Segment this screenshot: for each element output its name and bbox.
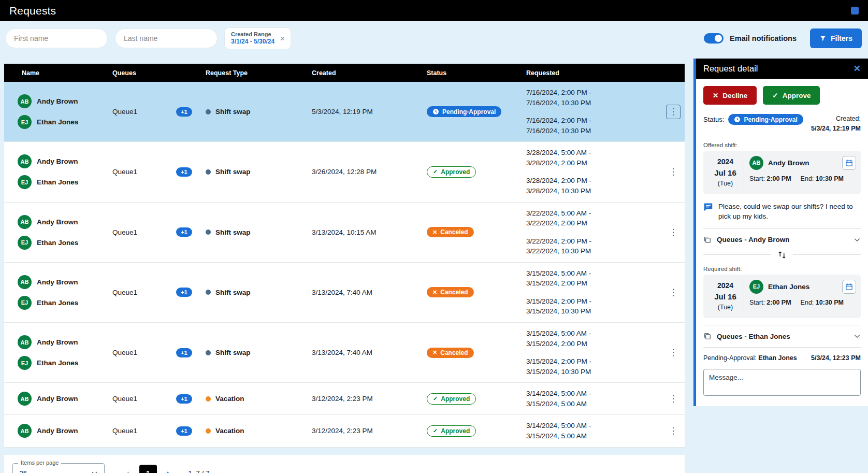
page-1-button[interactable]: 1 bbox=[139, 465, 157, 473]
table-row[interactable]: ABAndy BrownEJEthan Jones Queue1 +1 Shif… bbox=[4, 82, 685, 142]
queues-icon bbox=[703, 236, 712, 244]
queue-extra-badge[interactable]: +1 bbox=[176, 348, 192, 357]
request-type-label: Shift swap bbox=[215, 289, 251, 296]
status-cell: ✓Approved bbox=[425, 166, 524, 178]
person: ABAndy Brown bbox=[18, 215, 110, 229]
person-name: Andy Brown bbox=[37, 395, 78, 403]
name-cell: ABAndy BrownEJEthan Jones bbox=[4, 215, 110, 250]
queue-label: Queue1 bbox=[112, 228, 137, 236]
filters-button[interactable]: Filters bbox=[810, 28, 862, 48]
last-name-input[interactable] bbox=[115, 28, 218, 48]
table-row[interactable]: ABAndy BrownEJEthan Jones Queue1 +1 Shif… bbox=[4, 142, 685, 202]
person: ABAndy Brown bbox=[18, 275, 110, 289]
avatar: AB bbox=[18, 392, 32, 406]
request-detail-panel: Request detail ✕ ✕ Decline ✓ Approve Sta… bbox=[693, 59, 868, 406]
detail-created-value: 5/3/24, 12:19 PM bbox=[811, 124, 861, 134]
offered-shift-label: Offered shift: bbox=[703, 142, 861, 148]
row-menu-button[interactable]: ⋮ bbox=[666, 392, 681, 406]
x-icon: ✕ bbox=[432, 230, 437, 235]
person: EJEthan Jones bbox=[18, 236, 110, 250]
message-input[interactable] bbox=[703, 369, 861, 396]
row-menu-button[interactable]: ⋮ bbox=[666, 105, 681, 119]
requested-cell: 3/28/2024, 5:00 AM -3/28/2024, 2:00 PM3/… bbox=[524, 148, 660, 196]
table-row[interactable]: ABAndy BrownEJEthan Jones Queue1 +1 Shif… bbox=[4, 263, 685, 323]
status-badge: Pending-Approval bbox=[728, 114, 803, 125]
chat-icon bbox=[703, 203, 713, 222]
status-badge: ✕Canceled bbox=[427, 348, 474, 358]
offered-calendar-button[interactable] bbox=[842, 156, 856, 170]
queue-extra-badge[interactable]: +1 bbox=[176, 426, 192, 436]
queue-extra-badge[interactable]: +1 bbox=[176, 167, 192, 177]
request-type-dot bbox=[206, 290, 211, 295]
status-cell: Pending-Approval bbox=[425, 106, 524, 117]
status-badge: ✕Canceled bbox=[427, 227, 474, 237]
detail-title: Request detail bbox=[703, 64, 758, 74]
row-menu-button[interactable]: ⋮ bbox=[666, 165, 681, 179]
avatar: EJ bbox=[18, 296, 32, 310]
close-icon[interactable]: ✕ bbox=[853, 63, 861, 74]
status-cell: ✕Canceled bbox=[425, 287, 524, 297]
pagination-range: 1–7 / 7 bbox=[188, 469, 209, 473]
queues-required-expander[interactable]: Queues - Ethan Jones bbox=[703, 332, 861, 340]
column-header-request-type: Request Type bbox=[204, 69, 310, 77]
request-type-dot bbox=[206, 428, 211, 434]
status-badge: ✓Approved bbox=[427, 393, 476, 405]
row-menu-button[interactable]: ⋮ bbox=[666, 225, 681, 239]
queue-label: Queue1 bbox=[112, 395, 137, 403]
person-name: Andy Brown bbox=[37, 427, 78, 435]
row-menu-button[interactable]: ⋮ bbox=[666, 285, 681, 299]
queues-offered-expander[interactable]: Queues - Andy Brown bbox=[703, 236, 861, 244]
queue-extra-badge[interactable]: +1 bbox=[176, 107, 192, 117]
person: EJEthan Jones bbox=[18, 115, 110, 129]
chip-close-icon[interactable]: ✕ bbox=[280, 35, 285, 42]
avatar: EJ bbox=[18, 115, 32, 129]
app-icon[interactable] bbox=[851, 7, 859, 15]
table-row[interactable]: ABAndy BrownEJEthan Jones Queue1 +1 Shif… bbox=[4, 323, 685, 383]
queues-cell: Queue1 +1 bbox=[110, 426, 204, 436]
required-person-name: Ethan Jones bbox=[768, 283, 809, 291]
person: ABAndy Brown bbox=[18, 335, 110, 349]
avatar: AB bbox=[18, 275, 32, 289]
row-menu-button[interactable]: ⋮ bbox=[666, 424, 681, 438]
name-cell: ABAndy BrownEJEthan Jones bbox=[4, 154, 110, 189]
pending-approval-line: Pending-Approval: Ethan Jones 5/3/24, 12… bbox=[703, 354, 861, 362]
detail-status-pill-slot: Pending-Approval bbox=[728, 114, 803, 125]
queue-extra-badge[interactable]: +1 bbox=[176, 288, 192, 297]
status-cell: ✓Approved bbox=[425, 393, 524, 405]
avatar: AB bbox=[18, 424, 32, 438]
table-row[interactable]: ABAndy Brown Queue1 +1 Vacation 3/12/202… bbox=[4, 383, 685, 415]
person: EJEthan Jones bbox=[18, 175, 110, 189]
queue-label: Queue1 bbox=[112, 289, 137, 296]
swap-icon bbox=[777, 250, 787, 260]
first-name-input[interactable] bbox=[5, 28, 108, 48]
detail-created-label: Created: bbox=[811, 114, 861, 124]
required-calendar-button[interactable] bbox=[842, 280, 856, 294]
next-page-button[interactable]: › bbox=[164, 467, 173, 473]
items-per-page-select[interactable]: Items per page 25 bbox=[12, 463, 105, 473]
approve-button[interactable]: ✓ Approve bbox=[763, 86, 820, 105]
person-name: Andy Brown bbox=[37, 157, 78, 165]
request-type-cell: Vacation bbox=[204, 395, 310, 403]
queues-required-label: Queues - Ethan Jones bbox=[717, 333, 790, 340]
name-cell: ABAndy BrownEJEthan Jones bbox=[4, 275, 110, 310]
queue-label: Queue1 bbox=[112, 427, 137, 435]
email-notifications-toggle[interactable] bbox=[704, 33, 724, 44]
table-row[interactable]: ABAndy BrownEJEthan Jones Queue1 +1 Shif… bbox=[4, 203, 685, 263]
request-type-dot bbox=[206, 109, 211, 114]
queue-extra-badge[interactable]: +1 bbox=[176, 394, 192, 404]
queue-extra-badge[interactable]: +1 bbox=[176, 227, 192, 237]
x-icon: ✕ bbox=[432, 350, 437, 355]
page-title: Requests bbox=[9, 5, 56, 17]
decline-button[interactable]: ✕ Decline bbox=[703, 86, 757, 105]
previous-page-button[interactable]: ‹ bbox=[123, 467, 132, 473]
person-name: Ethan Jones bbox=[37, 299, 78, 307]
queues-offered-label: Queues - Andy Brown bbox=[717, 236, 790, 243]
table-row[interactable]: ABAndy Brown Queue1 +1 Vacation 3/12/202… bbox=[4, 415, 685, 447]
avatar: AB bbox=[18, 215, 32, 229]
created-cell: 3/12/2024, 2:23 PM bbox=[310, 395, 425, 403]
row-menu-button[interactable]: ⋮ bbox=[666, 346, 681, 360]
chip-value: 3/1/24 - 5/30/24 bbox=[231, 38, 274, 46]
request-type-cell: Shift swap bbox=[204, 289, 310, 296]
created-range-chip[interactable]: Created Range 3/1/24 - 5/30/24 ✕ bbox=[225, 28, 291, 49]
person: ABAndy Brown bbox=[18, 424, 110, 438]
